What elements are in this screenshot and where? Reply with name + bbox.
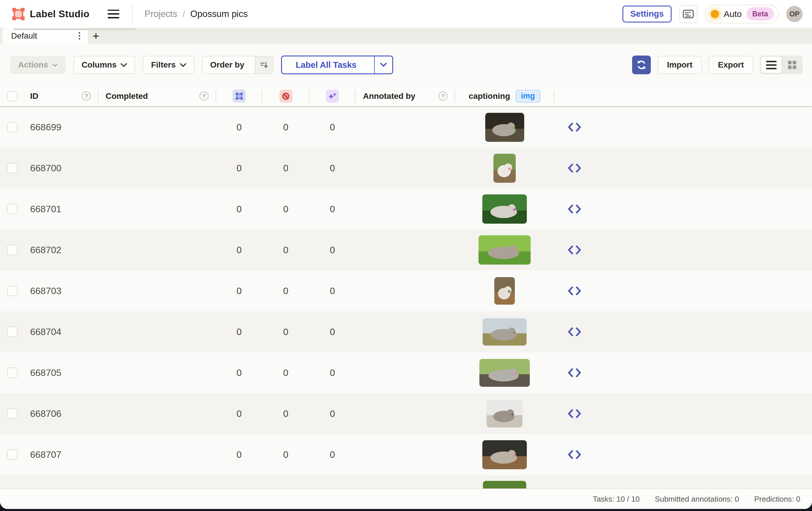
show-source-button[interactable]	[568, 368, 581, 377]
tab-default[interactable]: Default	[2, 28, 88, 44]
annotated-by-help-icon[interactable]: ?	[438, 91, 447, 100]
chevron-down-icon	[52, 63, 58, 67]
toolbar-left-group: Actions Columns Filters Order by	[10, 56, 393, 74]
label-all-tasks-dropdown[interactable]	[374, 56, 392, 73]
predictions-sparkles-icon[interactable]	[326, 89, 339, 102]
show-source-button[interactable]	[568, 205, 581, 213]
table-row[interactable]: 668705 0 0 0	[0, 352, 812, 393]
cancelled-count-value: 0	[283, 367, 288, 378]
select-all-checkbox[interactable]	[7, 91, 18, 101]
show-source-button[interactable]	[568, 409, 581, 418]
cell-annotated-by	[355, 107, 455, 148]
task-image-thumbnail[interactable]	[493, 154, 516, 183]
actions-button[interactable]: Actions	[10, 56, 66, 74]
task-image-thumbnail[interactable]	[480, 359, 530, 387]
header-cell-annotated-by[interactable]: Annotated by ?	[355, 86, 455, 106]
cell-cancelled-count: 0	[262, 393, 310, 434]
table-row[interactable]: 668707 0 0 0	[0, 434, 812, 475]
user-avatar[interactable]: OP	[786, 6, 803, 22]
task-image-thumbnail[interactable]	[487, 400, 522, 427]
tab-strip-scrollbar[interactable]	[13, 28, 136, 30]
row-checkbox[interactable]	[7, 449, 18, 460]
table-row[interactable]: 668706 0 0 0	[0, 393, 812, 434]
table-row[interactable]: 668701 0 0 0	[0, 188, 812, 230]
top-bar: Label Studio Projects / Opossum pics Set…	[0, 0, 812, 28]
label-all-tasks-button[interactable]: Label All Tasks	[281, 56, 393, 74]
menu-hamburger-icon[interactable]	[108, 10, 119, 19]
filters-button[interactable]: Filters	[143, 56, 194, 74]
tab-options-kebab-icon[interactable]	[76, 30, 83, 42]
cell-annotated-by	[355, 475, 455, 488]
show-source-button[interactable]	[568, 327, 581, 336]
row-checkbox[interactable]	[7, 245, 18, 255]
cell-id: 668701	[23, 188, 98, 230]
cell-select	[0, 107, 23, 148]
chevron-down-icon	[180, 63, 186, 67]
header-cell-predictions[interactable]	[310, 86, 355, 106]
grid-view-button[interactable]	[783, 57, 802, 73]
show-source-button[interactable]	[568, 287, 581, 295]
cell-annotations-count: 0	[216, 434, 262, 475]
task-image-thumbnail[interactable]	[483, 318, 526, 345]
table-row[interactable]: 668704 0 0 0	[0, 311, 812, 352]
row-checkbox[interactable]	[7, 163, 18, 173]
row-checkbox[interactable]	[7, 409, 18, 419]
id-help-icon[interactable]: ?	[82, 91, 91, 100]
breadcrumb-projects-link[interactable]: Projects	[145, 9, 177, 19]
show-source-button[interactable]	[568, 450, 581, 459]
header-cell-completed[interactable]: Completed ?	[98, 86, 216, 106]
row-spacer	[595, 393, 812, 434]
cell-completed	[98, 352, 216, 393]
header-cell-annotations[interactable]	[216, 86, 262, 106]
predictions-count: Predictions: 0	[754, 494, 800, 504]
row-checkbox[interactable]	[7, 122, 18, 132]
task-image-thumbnail[interactable]	[483, 481, 526, 488]
task-id: 668707	[30, 449, 61, 460]
columns-button[interactable]: Columns	[74, 56, 136, 74]
skipped-count-icon[interactable]	[279, 89, 292, 102]
show-source-button[interactable]	[568, 164, 581, 173]
keyboard-shortcuts-button[interactable]	[679, 5, 697, 23]
task-image-thumbnail[interactable]	[478, 235, 531, 265]
table-row[interactable]: 668703 0 0 0	[0, 270, 812, 311]
cell-completed	[98, 270, 216, 311]
label-all-tasks-label: Label All Tasks	[282, 60, 370, 70]
cell-source	[554, 230, 595, 270]
table-row[interactable]: 668700 0 0 0	[0, 148, 812, 188]
header-cell-captioning[interactable]: captioning img	[455, 86, 554, 106]
export-button[interactable]: Export	[708, 56, 753, 74]
add-tab-button[interactable]: +	[88, 28, 104, 44]
row-checkbox[interactable]	[7, 204, 18, 214]
order-by-button[interactable]: Order by	[202, 56, 274, 74]
refresh-button[interactable]	[632, 56, 651, 74]
settings-button[interactable]: Settings	[622, 5, 672, 23]
task-image-thumbnail[interactable]	[485, 113, 524, 142]
list-view-button[interactable]	[761, 57, 782, 73]
table-row[interactable]: 668708 0 0 0	[0, 475, 812, 488]
show-source-button[interactable]	[568, 123, 581, 131]
show-source-button[interactable]	[568, 246, 581, 254]
header-cell-cancelled[interactable]	[262, 86, 310, 106]
row-checkbox[interactable]	[7, 367, 18, 378]
task-image-thumbnail[interactable]	[482, 440, 527, 469]
cell-annotated-by	[355, 434, 455, 475]
label-studio-logo[interactable]: Label Studio	[12, 7, 89, 21]
annotations-count-value: 0	[237, 327, 242, 337]
cell-annotations-count: 0	[216, 107, 262, 148]
sort-direction-segment[interactable]	[255, 56, 273, 73]
header-cell-id[interactable]: ID ?	[23, 86, 98, 106]
cell-predictions-count: 0	[310, 434, 355, 475]
regions-count-icon[interactable]	[233, 89, 246, 102]
annotations-count-value: 0	[237, 122, 242, 133]
table-row[interactable]: 668699 0 0 0	[0, 107, 812, 148]
row-checkbox[interactable]	[7, 285, 18, 296]
row-checkbox[interactable]	[7, 327, 18, 337]
task-image-thumbnail[interactable]	[494, 277, 515, 305]
auto-mode-toggle[interactable]: Auto Beta	[705, 5, 779, 23]
cell-id: 668708	[23, 475, 98, 488]
table-body: 668699 0 0 0 668	[0, 107, 812, 488]
task-image-thumbnail[interactable]	[482, 194, 527, 223]
completed-help-icon[interactable]: ?	[200, 91, 208, 100]
table-row[interactable]: 668702 0 0 0	[0, 230, 812, 270]
import-button[interactable]: Import	[658, 56, 702, 74]
